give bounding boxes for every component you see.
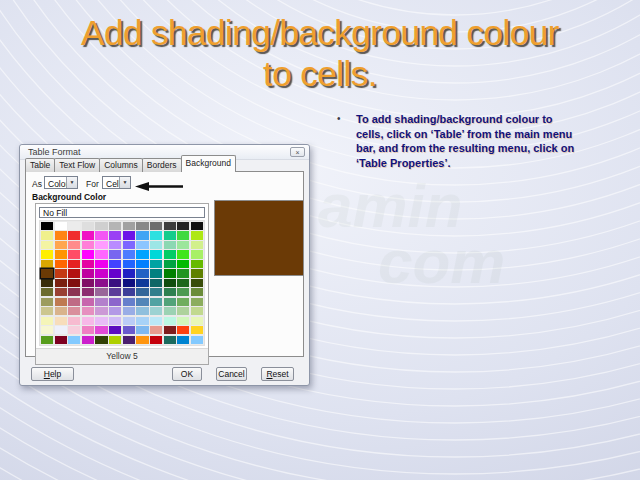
color-swatch[interactable] bbox=[68, 298, 80, 306]
color-swatch[interactable] bbox=[164, 250, 176, 258]
color-swatch[interactable] bbox=[191, 260, 203, 268]
color-swatch[interactable] bbox=[150, 260, 162, 268]
color-swatch[interactable] bbox=[150, 269, 162, 277]
color-swatch[interactable] bbox=[191, 326, 203, 334]
color-swatch[interactable] bbox=[123, 279, 135, 287]
color-swatch[interactable] bbox=[55, 250, 67, 258]
color-swatch[interactable] bbox=[136, 317, 148, 325]
color-swatch[interactable] bbox=[41, 250, 53, 258]
color-swatch[interactable] bbox=[164, 241, 176, 249]
color-swatch[interactable] bbox=[68, 317, 80, 325]
color-swatch[interactable] bbox=[41, 260, 53, 268]
no-fill-option[interactable]: No Fill bbox=[39, 207, 205, 218]
color-swatch[interactable] bbox=[177, 317, 189, 325]
color-swatch[interactable] bbox=[177, 250, 189, 258]
color-swatch[interactable] bbox=[82, 307, 94, 315]
color-swatch[interactable] bbox=[191, 307, 203, 315]
color-swatch[interactable] bbox=[136, 279, 148, 287]
color-swatch[interactable] bbox=[123, 307, 135, 315]
color-swatch[interactable] bbox=[55, 336, 67, 344]
color-swatch-selected[interactable] bbox=[41, 269, 53, 277]
color-swatch[interactable] bbox=[191, 317, 203, 325]
color-swatch[interactable] bbox=[82, 279, 94, 287]
color-swatch[interactable] bbox=[95, 317, 107, 325]
color-swatch[interactable] bbox=[191, 250, 203, 258]
color-swatch[interactable] bbox=[150, 222, 162, 230]
color-swatch[interactable] bbox=[55, 279, 67, 287]
color-swatch[interactable] bbox=[150, 326, 162, 334]
color-swatch[interactable] bbox=[164, 231, 176, 239]
color-swatch[interactable] bbox=[68, 336, 80, 344]
color-swatch[interactable] bbox=[191, 279, 203, 287]
color-swatch[interactable] bbox=[41, 326, 53, 334]
color-swatch[interactable] bbox=[82, 317, 94, 325]
color-swatch[interactable] bbox=[123, 250, 135, 258]
color-swatch[interactable] bbox=[41, 307, 53, 315]
close-icon[interactable]: × bbox=[290, 147, 305, 157]
color-swatch[interactable] bbox=[191, 336, 203, 344]
color-swatch[interactable] bbox=[123, 336, 135, 344]
color-swatch[interactable] bbox=[68, 250, 80, 258]
color-swatch[interactable] bbox=[82, 222, 94, 230]
color-swatch[interactable] bbox=[164, 260, 176, 268]
help-button[interactable]: Help bbox=[31, 367, 74, 381]
color-swatch[interactable] bbox=[150, 241, 162, 249]
color-swatch[interactable] bbox=[109, 317, 121, 325]
color-swatch[interactable] bbox=[41, 317, 53, 325]
color-swatch[interactable] bbox=[41, 288, 53, 296]
color-swatch[interactable] bbox=[68, 260, 80, 268]
color-swatch[interactable] bbox=[136, 326, 148, 334]
color-swatch[interactable] bbox=[109, 231, 121, 239]
color-swatch[interactable] bbox=[95, 326, 107, 334]
color-swatch[interactable] bbox=[150, 317, 162, 325]
color-swatch[interactable] bbox=[136, 269, 148, 277]
color-swatch[interactable] bbox=[41, 298, 53, 306]
color-swatch[interactable] bbox=[123, 326, 135, 334]
tab-columns[interactable]: Columns bbox=[99, 158, 143, 172]
color-swatch[interactable] bbox=[123, 298, 135, 306]
color-swatch[interactable] bbox=[68, 307, 80, 315]
color-swatch[interactable] bbox=[55, 222, 67, 230]
color-swatch[interactable] bbox=[95, 222, 107, 230]
color-swatch[interactable] bbox=[55, 317, 67, 325]
color-swatch[interactable] bbox=[95, 269, 107, 277]
color-swatch[interactable] bbox=[150, 307, 162, 315]
color-swatch[interactable] bbox=[109, 326, 121, 334]
color-swatch[interactable] bbox=[177, 269, 189, 277]
color-swatch[interactable] bbox=[150, 336, 162, 344]
color-swatch[interactable] bbox=[82, 288, 94, 296]
color-swatch[interactable] bbox=[55, 307, 67, 315]
color-swatch[interactable] bbox=[150, 250, 162, 258]
color-swatch[interactable] bbox=[191, 231, 203, 239]
color-swatch[interactable] bbox=[95, 241, 107, 249]
color-swatch[interactable] bbox=[82, 326, 94, 334]
color-swatch[interactable] bbox=[82, 231, 94, 239]
color-swatch[interactable] bbox=[109, 298, 121, 306]
color-swatch[interactable] bbox=[82, 241, 94, 249]
color-swatch[interactable] bbox=[123, 269, 135, 277]
color-swatch[interactable] bbox=[136, 307, 148, 315]
color-swatch[interactable] bbox=[109, 279, 121, 287]
color-swatch[interactable] bbox=[41, 222, 53, 230]
tab-background[interactable]: Background bbox=[181, 155, 236, 172]
ok-button[interactable]: OK bbox=[172, 367, 202, 381]
color-swatch[interactable] bbox=[109, 288, 121, 296]
color-swatch[interactable] bbox=[41, 241, 53, 249]
color-swatch[interactable] bbox=[82, 298, 94, 306]
color-swatch[interactable] bbox=[82, 250, 94, 258]
cancel-button[interactable]: Cancel bbox=[216, 367, 247, 381]
color-swatch[interactable] bbox=[191, 298, 203, 306]
as-dropdown[interactable]: Color ▼ bbox=[44, 176, 78, 189]
color-swatch[interactable] bbox=[109, 260, 121, 268]
color-swatch[interactable] bbox=[164, 298, 176, 306]
color-swatch[interactable] bbox=[41, 279, 53, 287]
color-swatch[interactable] bbox=[55, 260, 67, 268]
color-swatch[interactable] bbox=[136, 298, 148, 306]
color-swatch[interactable] bbox=[123, 241, 135, 249]
color-swatch[interactable] bbox=[164, 317, 176, 325]
color-swatch[interactable] bbox=[55, 241, 67, 249]
color-swatch[interactable] bbox=[109, 307, 121, 315]
color-swatch[interactable] bbox=[177, 279, 189, 287]
color-swatch[interactable] bbox=[150, 288, 162, 296]
color-swatch[interactable] bbox=[177, 231, 189, 239]
